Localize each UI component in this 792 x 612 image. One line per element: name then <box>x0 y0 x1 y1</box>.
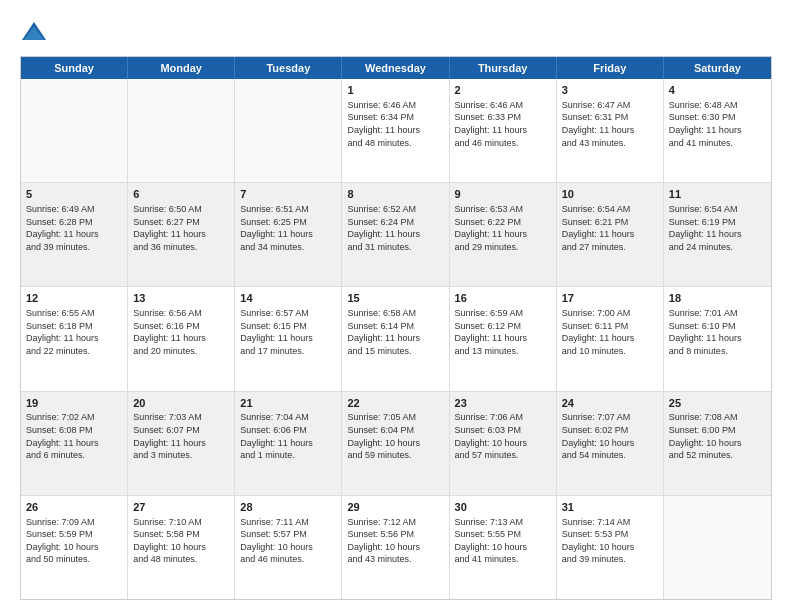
cell-info: Sunrise: 6:51 AM Sunset: 6:25 PM Dayligh… <box>240 203 336 253</box>
day-number: 26 <box>26 500 122 515</box>
cell-info: Sunrise: 7:12 AM Sunset: 5:56 PM Dayligh… <box>347 516 443 566</box>
calendar-cell: 17Sunrise: 7:00 AM Sunset: 6:11 PM Dayli… <box>557 287 664 390</box>
cell-info: Sunrise: 6:50 AM Sunset: 6:27 PM Dayligh… <box>133 203 229 253</box>
cell-info: Sunrise: 6:58 AM Sunset: 6:14 PM Dayligh… <box>347 307 443 357</box>
calendar-cell: 18Sunrise: 7:01 AM Sunset: 6:10 PM Dayli… <box>664 287 771 390</box>
day-number: 28 <box>240 500 336 515</box>
calendar-cell <box>235 79 342 182</box>
day-number: 9 <box>455 187 551 202</box>
cell-info: Sunrise: 6:53 AM Sunset: 6:22 PM Dayligh… <box>455 203 551 253</box>
day-number: 18 <box>669 291 766 306</box>
calendar-cell: 2Sunrise: 6:46 AM Sunset: 6:33 PM Daylig… <box>450 79 557 182</box>
calendar-cell: 4Sunrise: 6:48 AM Sunset: 6:30 PM Daylig… <box>664 79 771 182</box>
cell-info: Sunrise: 7:08 AM Sunset: 6:00 PM Dayligh… <box>669 411 766 461</box>
day-number: 16 <box>455 291 551 306</box>
cell-info: Sunrise: 7:14 AM Sunset: 5:53 PM Dayligh… <box>562 516 658 566</box>
cell-info: Sunrise: 7:00 AM Sunset: 6:11 PM Dayligh… <box>562 307 658 357</box>
calendar-cell: 3Sunrise: 6:47 AM Sunset: 6:31 PM Daylig… <box>557 79 664 182</box>
weekday-header: Wednesday <box>342 57 449 79</box>
cell-info: Sunrise: 7:02 AM Sunset: 6:08 PM Dayligh… <box>26 411 122 461</box>
cell-info: Sunrise: 7:09 AM Sunset: 5:59 PM Dayligh… <box>26 516 122 566</box>
calendar: SundayMondayTuesdayWednesdayThursdayFrid… <box>20 56 772 600</box>
day-number: 14 <box>240 291 336 306</box>
day-number: 10 <box>562 187 658 202</box>
cell-info: Sunrise: 6:46 AM Sunset: 6:34 PM Dayligh… <box>347 99 443 149</box>
cell-info: Sunrise: 7:01 AM Sunset: 6:10 PM Dayligh… <box>669 307 766 357</box>
calendar-cell: 16Sunrise: 6:59 AM Sunset: 6:12 PM Dayli… <box>450 287 557 390</box>
logo-icon <box>20 18 48 46</box>
weekday-header: Monday <box>128 57 235 79</box>
calendar-cell: 26Sunrise: 7:09 AM Sunset: 5:59 PM Dayli… <box>21 496 128 599</box>
cell-info: Sunrise: 7:05 AM Sunset: 6:04 PM Dayligh… <box>347 411 443 461</box>
day-number: 17 <box>562 291 658 306</box>
calendar-cell: 21Sunrise: 7:04 AM Sunset: 6:06 PM Dayli… <box>235 392 342 495</box>
day-number: 23 <box>455 396 551 411</box>
calendar-row: 26Sunrise: 7:09 AM Sunset: 5:59 PM Dayli… <box>21 496 771 599</box>
cell-info: Sunrise: 6:57 AM Sunset: 6:15 PM Dayligh… <box>240 307 336 357</box>
weekday-header: Tuesday <box>235 57 342 79</box>
day-number: 11 <box>669 187 766 202</box>
calendar-cell: 30Sunrise: 7:13 AM Sunset: 5:55 PM Dayli… <box>450 496 557 599</box>
cell-info: Sunrise: 6:49 AM Sunset: 6:28 PM Dayligh… <box>26 203 122 253</box>
weekday-header: Thursday <box>450 57 557 79</box>
weekday-header: Sunday <box>21 57 128 79</box>
calendar-cell <box>664 496 771 599</box>
calendar-cell: 13Sunrise: 6:56 AM Sunset: 6:16 PM Dayli… <box>128 287 235 390</box>
cell-info: Sunrise: 6:52 AM Sunset: 6:24 PM Dayligh… <box>347 203 443 253</box>
cell-info: Sunrise: 6:48 AM Sunset: 6:30 PM Dayligh… <box>669 99 766 149</box>
cell-info: Sunrise: 7:06 AM Sunset: 6:03 PM Dayligh… <box>455 411 551 461</box>
page: SundayMondayTuesdayWednesdayThursdayFrid… <box>0 0 792 612</box>
calendar-cell: 23Sunrise: 7:06 AM Sunset: 6:03 PM Dayli… <box>450 392 557 495</box>
cell-info: Sunrise: 7:03 AM Sunset: 6:07 PM Dayligh… <box>133 411 229 461</box>
logo <box>20 18 50 46</box>
cell-info: Sunrise: 6:46 AM Sunset: 6:33 PM Dayligh… <box>455 99 551 149</box>
cell-info: Sunrise: 7:13 AM Sunset: 5:55 PM Dayligh… <box>455 516 551 566</box>
calendar-row: 19Sunrise: 7:02 AM Sunset: 6:08 PM Dayli… <box>21 392 771 496</box>
day-number: 19 <box>26 396 122 411</box>
cell-info: Sunrise: 7:04 AM Sunset: 6:06 PM Dayligh… <box>240 411 336 461</box>
day-number: 24 <box>562 396 658 411</box>
day-number: 21 <box>240 396 336 411</box>
calendar-cell: 27Sunrise: 7:10 AM Sunset: 5:58 PM Dayli… <box>128 496 235 599</box>
cell-info: Sunrise: 6:54 AM Sunset: 6:21 PM Dayligh… <box>562 203 658 253</box>
weekday-header: Saturday <box>664 57 771 79</box>
day-number: 6 <box>133 187 229 202</box>
calendar-cell: 8Sunrise: 6:52 AM Sunset: 6:24 PM Daylig… <box>342 183 449 286</box>
calendar-body: 1Sunrise: 6:46 AM Sunset: 6:34 PM Daylig… <box>21 79 771 599</box>
cell-info: Sunrise: 6:55 AM Sunset: 6:18 PM Dayligh… <box>26 307 122 357</box>
day-number: 20 <box>133 396 229 411</box>
calendar-cell: 12Sunrise: 6:55 AM Sunset: 6:18 PM Dayli… <box>21 287 128 390</box>
cell-info: Sunrise: 6:56 AM Sunset: 6:16 PM Dayligh… <box>133 307 229 357</box>
calendar-cell: 25Sunrise: 7:08 AM Sunset: 6:00 PM Dayli… <box>664 392 771 495</box>
calendar-header: SundayMondayTuesdayWednesdayThursdayFrid… <box>21 57 771 79</box>
calendar-cell: 7Sunrise: 6:51 AM Sunset: 6:25 PM Daylig… <box>235 183 342 286</box>
calendar-cell: 20Sunrise: 7:03 AM Sunset: 6:07 PM Dayli… <box>128 392 235 495</box>
cell-info: Sunrise: 6:47 AM Sunset: 6:31 PM Dayligh… <box>562 99 658 149</box>
calendar-cell: 14Sunrise: 6:57 AM Sunset: 6:15 PM Dayli… <box>235 287 342 390</box>
calendar-cell <box>128 79 235 182</box>
day-number: 3 <box>562 83 658 98</box>
calendar-cell: 19Sunrise: 7:02 AM Sunset: 6:08 PM Dayli… <box>21 392 128 495</box>
cell-info: Sunrise: 7:10 AM Sunset: 5:58 PM Dayligh… <box>133 516 229 566</box>
calendar-cell: 28Sunrise: 7:11 AM Sunset: 5:57 PM Dayli… <box>235 496 342 599</box>
calendar-cell <box>21 79 128 182</box>
day-number: 12 <box>26 291 122 306</box>
cell-info: Sunrise: 7:11 AM Sunset: 5:57 PM Dayligh… <box>240 516 336 566</box>
day-number: 5 <box>26 187 122 202</box>
calendar-cell: 10Sunrise: 6:54 AM Sunset: 6:21 PM Dayli… <box>557 183 664 286</box>
calendar-cell: 31Sunrise: 7:14 AM Sunset: 5:53 PM Dayli… <box>557 496 664 599</box>
calendar-cell: 11Sunrise: 6:54 AM Sunset: 6:19 PM Dayli… <box>664 183 771 286</box>
calendar-row: 5Sunrise: 6:49 AM Sunset: 6:28 PM Daylig… <box>21 183 771 287</box>
day-number: 8 <box>347 187 443 202</box>
day-number: 25 <box>669 396 766 411</box>
calendar-cell: 22Sunrise: 7:05 AM Sunset: 6:04 PM Dayli… <box>342 392 449 495</box>
day-number: 7 <box>240 187 336 202</box>
cell-info: Sunrise: 6:59 AM Sunset: 6:12 PM Dayligh… <box>455 307 551 357</box>
day-number: 29 <box>347 500 443 515</box>
calendar-cell: 29Sunrise: 7:12 AM Sunset: 5:56 PM Dayli… <box>342 496 449 599</box>
cell-info: Sunrise: 6:54 AM Sunset: 6:19 PM Dayligh… <box>669 203 766 253</box>
calendar-row: 12Sunrise: 6:55 AM Sunset: 6:18 PM Dayli… <box>21 287 771 391</box>
weekday-header: Friday <box>557 57 664 79</box>
day-number: 1 <box>347 83 443 98</box>
calendar-cell: 5Sunrise: 6:49 AM Sunset: 6:28 PM Daylig… <box>21 183 128 286</box>
